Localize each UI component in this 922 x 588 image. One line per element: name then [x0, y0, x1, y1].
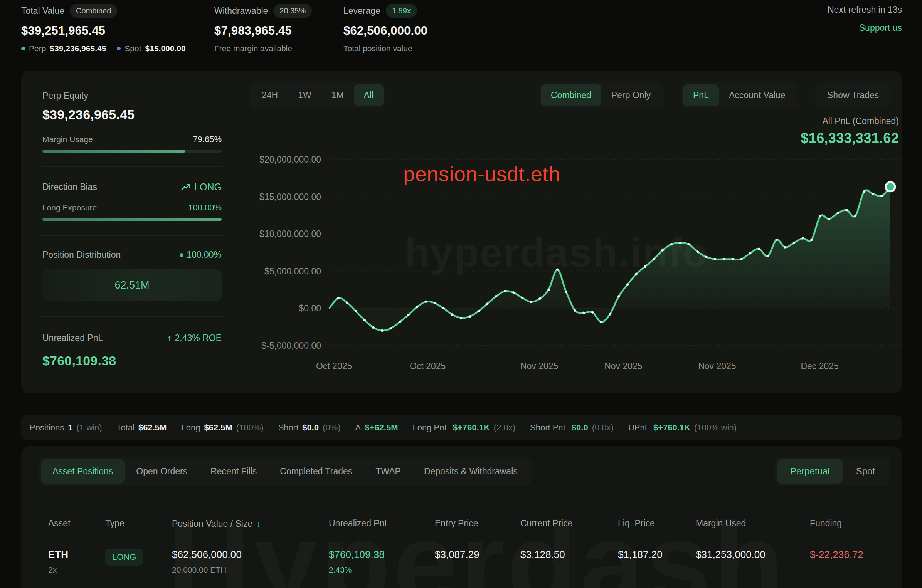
- toggle-spot[interactable]: Spot: [843, 459, 888, 484]
- unrealized-pnl-value: $760,109.38: [42, 353, 222, 368]
- row-liq-price: $1,187.20: [618, 549, 696, 561]
- leverage-value: $62,506,000.00: [343, 24, 427, 38]
- row-margin-used: $31,253,000.00: [696, 549, 810, 561]
- svg-text:$0.00: $0.00: [299, 303, 321, 313]
- summary-short: Short $0.0 (0%): [278, 423, 341, 433]
- svg-text:Nov 2025: Nov 2025: [698, 361, 736, 371]
- margin-usage-value: 79.65%: [193, 134, 222, 144]
- svg-text:$5,000,000.00: $5,000,000.00: [264, 266, 321, 276]
- sort-desc-icon: ↓: [256, 518, 261, 529]
- svg-text:$-5,000,000.00: $-5,000,000.00: [261, 341, 321, 351]
- all-pnl-label: All PnL (Combined): [801, 116, 899, 126]
- direction-bias-label: Direction Bias: [42, 182, 97, 192]
- trend-up-icon: [181, 183, 191, 191]
- withdrawable-sub: Free margin available: [214, 44, 292, 53]
- spot-dot-icon: [117, 47, 121, 50]
- range-1m-button[interactable]: 1M: [321, 84, 354, 106]
- col-type[interactable]: Type: [105, 518, 172, 529]
- long-exposure-bar: [42, 218, 222, 221]
- tab-asset-positions[interactable]: Asset Positions: [41, 459, 125, 484]
- row-upnl-pct: 2.43%: [329, 565, 435, 575]
- row-upnl: $760,109.38: [329, 549, 435, 561]
- summary-long: Long $62.5M (100%): [181, 423, 263, 433]
- row-size: 20,000.00 ETH: [172, 565, 329, 575]
- distribution-bar[interactable]: 62.51M: [42, 269, 222, 301]
- long-exposure-value: 100.00%: [188, 203, 222, 213]
- summary-total: Total $62.5M: [117, 423, 167, 433]
- stats-panel: Perp Equity $39,236,965.45 Margin Usage …: [42, 71, 222, 368]
- svg-text:Oct 2025: Oct 2025: [410, 361, 446, 371]
- svg-text:$10,000,000.00: $10,000,000.00: [259, 229, 321, 239]
- summary-delta: Δ $+62.5M: [355, 423, 398, 433]
- mode-perp-only-button[interactable]: Perp Only: [601, 84, 661, 106]
- direction-bias-value: LONG: [194, 181, 222, 193]
- all-pnl-value: $16,333,331.62: [801, 130, 899, 146]
- tab-recent-fills[interactable]: Recent Fills: [199, 459, 268, 484]
- mode-combined-button[interactable]: Combined: [541, 84, 601, 106]
- overview-card: Perp Equity $39,236,965.45 Margin Usage …: [21, 71, 902, 393]
- long-exposure-label: Long Exposure: [42, 203, 97, 212]
- market-toggle: Perpetual Spot: [775, 457, 890, 486]
- col-liq-price[interactable]: Liq. Price: [618, 518, 696, 529]
- pnl-chart[interactable]: hyperdash.info $20,000,000.00$15,000,000…: [239, 146, 910, 397]
- tab-open-orders[interactable]: Open Orders: [125, 459, 199, 484]
- row-entry-price: $3,087.29: [435, 549, 520, 561]
- position-distribution-label: Position Distribution: [42, 250, 121, 260]
- positions-card: Hyperdash Asset Positions Open Orders Re…: [21, 446, 902, 588]
- col-entry-price[interactable]: Entry Price: [435, 518, 520, 529]
- summary-upnl: UPnL $+760.1K (100% win): [628, 423, 737, 433]
- row-current-price: $3,128.50: [520, 549, 618, 561]
- svg-text:Nov 2025: Nov 2025: [520, 361, 558, 371]
- col-position-value[interactable]: Position Value / Size↓: [172, 518, 329, 529]
- col-asset[interactable]: Asset: [48, 518, 105, 529]
- mode-toggle-group: Combined Perp Only: [539, 82, 663, 108]
- perp-equity-value: $39,236,965.45: [42, 107, 222, 122]
- col-margin-used[interactable]: Margin Used: [696, 518, 810, 529]
- col-funding[interactable]: Funding: [810, 518, 902, 529]
- range-1w-button[interactable]: 1W: [288, 84, 321, 106]
- svg-text:Dec 2025: Dec 2025: [801, 361, 838, 371]
- distribution-dot-icon: [180, 253, 183, 257]
- range-24h-button[interactable]: 24H: [252, 84, 288, 106]
- total-value-group: Total Value Combined $39,251,965.45 Perp…: [21, 3, 186, 53]
- view-account-value-button[interactable]: Account Value: [719, 84, 796, 106]
- withdrawable-badge: 20.35%: [273, 4, 312, 18]
- row-asset: ETH: [48, 549, 105, 561]
- withdrawable-label: Withdrawable: [214, 6, 268, 16]
- positions-tabs: Asset Positions Open Orders Recent Fills…: [39, 457, 532, 486]
- distribution-bar-label: 62.51M: [114, 279, 149, 291]
- summary-long-pnl: Long PnL $+760.1K (2.0x): [413, 423, 515, 433]
- table-header: Asset Type Position Value / Size↓ Unreal…: [21, 518, 902, 529]
- show-trades-button[interactable]: Show Trades: [817, 84, 889, 106]
- leverage-group: Leverage 1.59x $62,506,000.00 Total posi…: [343, 3, 427, 53]
- perp-equity-label: Perp Equity: [42, 91, 222, 101]
- margin-usage-bar: [42, 150, 222, 153]
- refresh-countdown: Next refresh in 13s: [828, 5, 902, 15]
- range-all-button[interactable]: All: [354, 84, 384, 106]
- svg-text:$15,000,000.00: $15,000,000.00: [259, 192, 321, 202]
- col-current-price[interactable]: Current Price: [520, 518, 618, 529]
- tab-twap[interactable]: TWAP: [364, 459, 412, 484]
- margin-usage-label: Margin Usage: [42, 135, 93, 144]
- row-leverage: 2x: [48, 565, 105, 575]
- long-badge: LONG: [105, 549, 143, 566]
- svg-text:Oct 2025: Oct 2025: [316, 361, 352, 371]
- tab-deposits-withdrawals[interactable]: Deposits & Withdrawals: [412, 459, 529, 484]
- combined-badge: Combined: [70, 4, 117, 18]
- col-unrealized-pnl[interactable]: Unrealized PnL: [329, 518, 435, 529]
- perp-dot-icon: [21, 47, 25, 50]
- tab-completed-trades[interactable]: Completed Trades: [268, 459, 364, 484]
- toggle-perpetual[interactable]: Perpetual: [777, 459, 843, 484]
- pnl-chart-svg: $20,000,000.00$15,000,000.00$10,000,000.…: [239, 146, 910, 397]
- support-us-link[interactable]: Support us: [828, 23, 902, 33]
- total-value: $39,251,965.45: [21, 24, 186, 38]
- row-position-value: $62,506,000.00: [172, 549, 329, 561]
- hyperdash-dashboard: Total Value Combined $39,251,965.45 Perp…: [0, 0, 922, 588]
- perp-value: $39,236,965.45: [50, 44, 106, 53]
- total-value-label: Total Value: [21, 6, 64, 16]
- view-pnl-button[interactable]: PnL: [683, 84, 719, 106]
- roe-value: 2.43% ROE: [175, 333, 222, 343]
- withdrawable-value: $7,983,965.45: [214, 24, 312, 38]
- table-row[interactable]: ETH 2x LONG $62,506,000.00 20,000.00 ETH…: [21, 549, 902, 575]
- positions-summary-bar: Positions 1 (1 win) Total $62.5M Long $6…: [21, 415, 902, 440]
